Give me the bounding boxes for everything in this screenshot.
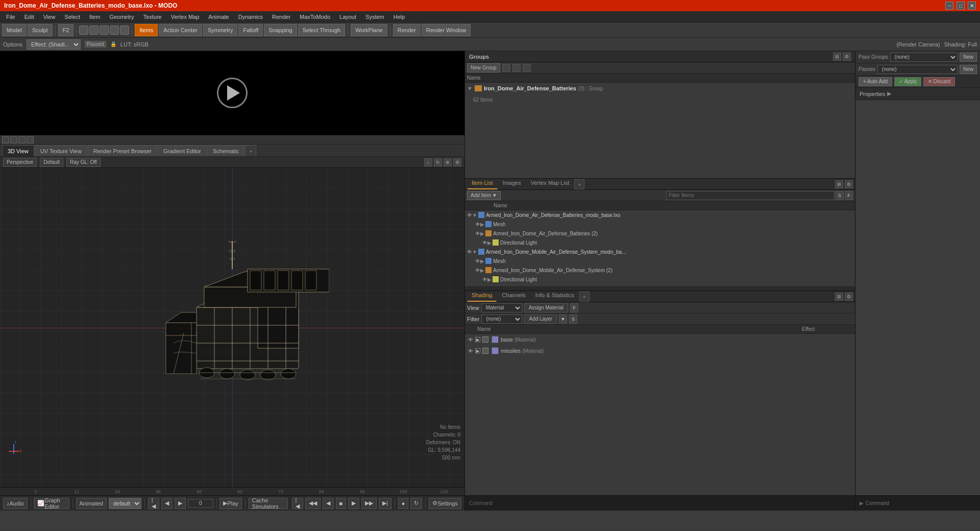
vis-eye-3[interactable]: 👁 [475,231,480,236]
item-list-settings-icon[interactable]: ⚙ [845,180,853,188]
frame-input[interactable] [188,499,213,508]
transport-3[interactable]: ◀ [323,498,334,509]
material-row-missiles[interactable]: 👁 ▶ missiles (Material) [465,345,855,356]
menu-layout[interactable]: Layout [335,13,360,21]
vis-eye-7[interactable]: 👁 [475,268,480,273]
menu-system[interactable]: System [361,13,388,21]
add-layer-button[interactable]: Add Layer [524,315,557,324]
animated-button[interactable]: Animated [76,498,107,509]
menu-animate[interactable]: Animate [204,13,233,21]
filter-dropdown[interactable]: (none) [481,315,522,324]
item-row-2[interactable]: 👁 ▼ Armed_Iron_Dome_Mobile_Air_Defense_S… [465,247,855,256]
rt-icon-3[interactable] [18,136,26,143]
item-row-light-2[interactable]: 👁 ▶ Directional Light [465,275,855,284]
tab-gradient-editor[interactable]: Gradient Editor [158,145,207,156]
graph-editor-button[interactable]: 📈 Graph Editor [34,498,69,509]
settings-button[interactable]: ⚙ Settings [429,498,461,509]
item-row-mesh-2[interactable]: 👁 ▶ Mesh [465,256,855,266]
render-window-button[interactable]: Render Window [422,24,471,36]
tab-item-list[interactable]: Item List [467,179,498,189]
new-group-button[interactable]: New Group [467,63,500,73]
audio-button[interactable]: ♪ Audio [3,498,28,509]
viewport-3d[interactable]: Perspective Default Ray GL: Off ⌂ ↻ ⊕ ⚙ [0,157,464,487]
material-row-base[interactable]: 👁 ▶ base (Material) [465,334,855,345]
symmetry-button[interactable]: Symmetry [203,24,238,36]
groups-icon-3[interactable] [523,64,531,72]
new-passes-button[interactable]: New [960,65,977,74]
toolbar-icon-5[interactable] [120,26,129,35]
auto-add-button[interactable]: + Auto Add [859,77,892,86]
toolbar-icon-3[interactable] [100,26,109,35]
filter-s-btn[interactable]: S [836,191,844,200]
apply-button[interactable]: ✓ Apply [894,77,921,86]
mat-eye-base[interactable]: 👁 [468,337,473,343]
vis-eye-5[interactable]: 👁 [467,249,472,255]
cache-sims-button[interactable]: Cache Simulators [249,498,288,509]
vp-icon-home[interactable]: ⌂ [424,158,432,166]
transport-6[interactable]: ▶▶ [361,498,377,509]
menu-geometry[interactable]: Geometry [105,13,138,21]
vp-icon-settings[interactable]: ⚙ [453,158,461,166]
tab-schematic[interactable]: Schematic [207,145,244,156]
mat-expand-missiles[interactable]: ▶ [475,348,480,353]
loop-button[interactable]: ↻ [410,498,422,509]
effect-select[interactable]: Effect: (Shadi... [27,39,81,50]
snapping-button[interactable]: Snapping [264,24,297,36]
toolbar-icon-1[interactable] [79,26,88,35]
groups-icon-2[interactable] [512,64,521,72]
tab-info-statistics[interactable]: Info & Statistics [531,292,579,302]
menu-texture[interactable]: Texture [139,13,166,21]
render-button[interactable]: Render [393,24,421,36]
step-forward-button[interactable]: ▶ [175,498,186,509]
default-button[interactable]: Default [40,158,63,167]
raygl-button[interactable]: Ray GL: Off [66,158,101,167]
filter-f-btn[interactable]: F [845,191,853,200]
play-button-bottom[interactable]: ▶ Play [219,498,241,509]
toolbar-icon-4[interactable] [110,26,119,35]
transport-2[interactable]: ◀◀ [305,498,321,509]
far-right-command-input[interactable] [866,500,976,506]
vp-icon-zoom[interactable]: ⊕ [444,158,452,166]
step-back-button[interactable]: ◀ [161,498,173,509]
filter-items-input[interactable] [666,191,835,200]
item-row-light-1[interactable]: 👁 ▶ Directional Light [465,238,855,247]
menu-edit[interactable]: Edit [20,13,38,21]
menu-vertexmap[interactable]: Vertex Map [167,13,204,21]
command-input[interactable] [497,500,851,506]
rt-icon-2[interactable] [10,136,17,143]
discard-button[interactable]: ✕ Discard [923,77,955,86]
menu-render[interactable]: Render [268,13,295,21]
workplane-button[interactable]: WorkPlane [351,24,387,36]
shading-settings-icon[interactable]: ⚙ [845,293,853,301]
menu-help[interactable]: Help [389,13,409,21]
play-button[interactable] [217,78,248,108]
item-row-group-2[interactable]: 👁 ▶ Armed_Iron_Dome_Mobile_Air_Defense_S… [465,266,855,275]
close-button[interactable]: ✕ [968,2,976,10]
tab-channels[interactable]: Channels [497,292,530,302]
new-pass-button[interactable]: New [960,53,977,62]
maximize-button[interactable]: □ [957,2,965,10]
animated-dropdown[interactable]: default [109,498,141,509]
tab-uv-texture[interactable]: UV Texture View [35,145,87,156]
vis-eye-2[interactable]: 👁 [475,222,480,227]
tab-images[interactable]: Images [498,179,526,189]
record-button[interactable]: ● [398,498,409,509]
vis-eye-6[interactable]: 👁 [475,258,480,264]
shading-expand-icon[interactable]: ⊞ [835,293,843,301]
groups-expand-icon[interactable]: ⊞ [833,53,841,61]
perspective-button[interactable]: Perspective [3,158,37,167]
item-list-expand-icon[interactable]: ⊞ [835,180,843,188]
vis-eye-4[interactable]: 👁 [482,240,487,246]
minimize-button[interactable]: ─ [945,2,953,10]
tab-vertex-map-list[interactable]: Vertex Map List [526,179,574,189]
add-view-tab-button[interactable]: + [245,145,256,156]
tab-render-preset[interactable]: Render Preset Browser [88,145,157,156]
add-item-button[interactable]: Add Item ▼ [467,191,501,200]
go-to-start-button[interactable]: |◀ [148,498,159,509]
transport-4[interactable]: ■ [336,498,347,509]
vis-eye-8[interactable]: 👁 [482,277,487,282]
menu-maxtomodo[interactable]: MaxToModo [296,13,334,21]
assign-mat-f-btn[interactable]: F [570,303,578,312]
menu-view[interactable]: View [39,13,60,21]
transport-5[interactable]: ▶ [348,498,359,509]
